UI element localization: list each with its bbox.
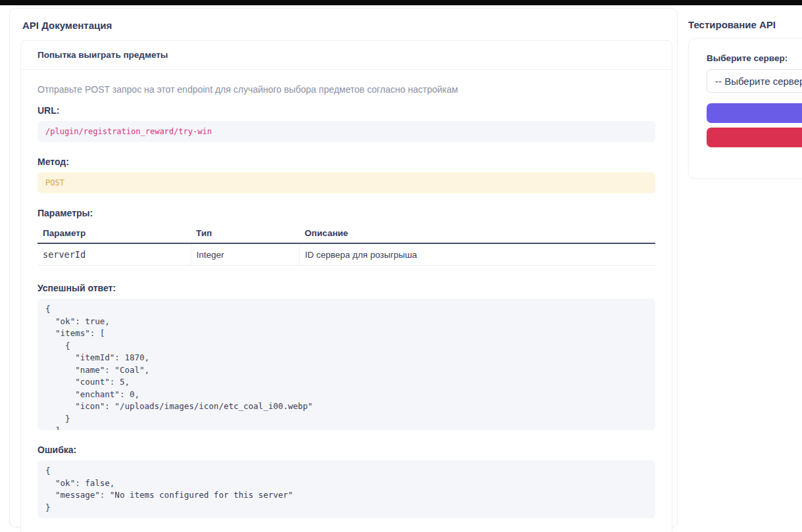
- table-row: serverId Integer ID сервера для розыгрыш…: [38, 243, 655, 266]
- endpoint-card-header: Попытка выиграть предметы: [21, 41, 672, 70]
- run-test-button[interactable]: [707, 103, 802, 123]
- params-label: Параметры:: [38, 208, 655, 218]
- method-label: Метод:: [38, 157, 655, 167]
- params-header-type: Тип: [191, 224, 299, 243]
- error-response-label: Ошибка:: [38, 445, 655, 455]
- endpoint-card: Попытка выиграть предметы Отправьте POST…: [20, 40, 672, 532]
- param-description-cell: ID сервера для розыгрыша: [299, 243, 655, 266]
- server-select-label: Выберите сервер:: [707, 53, 802, 63]
- tester-panel-title: Тестирование API: [688, 19, 776, 30]
- endpoint-title: Попытка выиграть предметы: [38, 50, 655, 60]
- error-response-code: { "ok": false, "message": "No items conf…: [38, 460, 655, 518]
- params-table: Параметр Тип Описание serverId Integer I…: [38, 224, 655, 266]
- url-label: URL:: [38, 105, 655, 116]
- danger-action-button[interactable]: [707, 128, 802, 147]
- page-title: API Документация: [22, 20, 677, 31]
- success-response-label: Успешный ответ:: [38, 283, 655, 293]
- success-response-code: { "ok": true, "items": [ { "itemId": 187…: [38, 299, 655, 430]
- params-header-param: Параметр: [38, 224, 191, 243]
- endpoint-description: Отправьте POST запрос на этот endpoint д…: [38, 84, 655, 95]
- param-name-cell: serverId: [38, 243, 191, 266]
- endpoint-card-body: Отправьте POST запрос на этот endpoint д…: [21, 70, 672, 532]
- server-select[interactable]: -- Выберите сервер --: [707, 69, 802, 93]
- params-table-header-row: Параметр Тип Описание: [38, 224, 655, 243]
- param-type-cell: Integer: [191, 243, 299, 266]
- endpoint-url-code: /plugin/registration_reward/try-win: [38, 121, 655, 142]
- documentation-panel: API Документация Попытка выиграть предме…: [9, 8, 678, 527]
- top-black-bar: [0, 0, 802, 5]
- http-method-code: POST: [38, 172, 655, 193]
- tester-card: Выберите сервер: -- Выберите сервер --: [688, 38, 802, 179]
- params-header-description: Описание: [299, 224, 655, 243]
